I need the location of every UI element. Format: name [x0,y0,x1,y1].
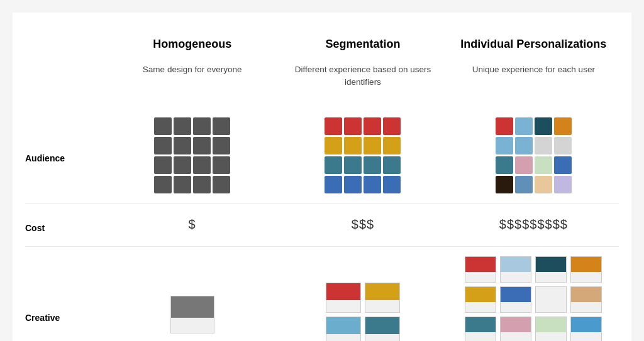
color-cell [496,137,513,154]
color-cell [193,137,211,154]
creative-thumb [570,256,602,283]
creative-thumb [535,256,567,283]
creative-homogeneous [107,247,277,342]
creative-thumb [465,286,496,313]
label-cost: Cost [25,203,107,247]
label-audience: Audience [25,108,107,203]
color-cell [174,176,191,193]
main-container: Homogeneous Segmentation Individual Pers… [13,13,631,341]
color-cell [535,117,552,135]
audience-individual [448,108,619,203]
color-cell [554,137,572,154]
subheader-segmentation: Different experience based on users iden… [277,63,448,108]
color-cell [193,156,211,174]
color-cell [383,156,401,174]
creative-thumb [535,286,567,313]
color-cell [213,117,230,135]
color-cell [364,156,381,174]
creative-segmentation [277,247,448,342]
cost-value-homogeneous: $ [189,217,196,232]
header-empty [25,31,107,63]
color-cell [213,176,230,193]
creative-thumb [465,256,496,283]
color-cell [174,117,191,135]
creative-thumb [365,317,400,342]
creative-individual [448,247,619,342]
audience-homogeneous [107,108,277,203]
color-cell [154,176,172,193]
subheader-empty [25,63,107,108]
subheader-homogeneous: Same design for everyone [107,63,277,108]
color-cell [535,176,552,193]
color-cell [554,176,572,193]
color-cell [515,176,533,193]
cost-segmentation: $$$ [277,203,448,247]
color-cell [325,156,342,174]
creative-thumb [570,286,602,313]
color-cell [325,137,342,154]
color-cell [213,156,230,174]
color-cell [496,156,513,174]
color-cell [325,176,342,193]
cost-homogeneous: $ [107,203,277,247]
color-cell [383,176,401,193]
cost-value-individual: $$$$$$$$$ [499,217,568,232]
creative-thumb [326,317,361,342]
color-cell [344,156,362,174]
color-cell [154,137,172,154]
creative-thumb [570,317,602,342]
color-cell [383,117,401,135]
color-cell [344,117,362,135]
subheader-individual: Unique experience for each user [448,63,619,108]
comparison-grid: Homogeneous Segmentation Individual Pers… [25,31,619,341]
audience-segmentation [277,108,448,203]
color-cell [496,117,513,135]
color-cell [554,156,572,174]
color-cell [535,156,552,174]
color-cell [174,156,191,174]
color-cell [496,176,513,193]
creative-thumb [500,317,531,342]
header-homogeneous: Homogeneous [107,31,277,63]
color-cell [344,176,362,193]
color-cell [515,156,533,174]
color-cell [174,137,191,154]
color-cell [193,117,211,135]
creative-thumb [365,283,400,313]
cost-individual: $$$$$$$$$ [448,203,619,247]
color-cell [383,137,401,154]
color-cell [515,117,533,135]
color-cell [154,156,172,174]
color-cell [193,176,211,193]
color-cell [554,117,572,135]
color-cell [535,137,552,154]
color-cell [154,117,172,135]
color-cell [515,137,533,154]
creative-thumb [326,283,361,313]
color-cell [344,137,362,154]
header-segmentation: Segmentation [277,31,448,63]
color-cell [364,117,381,135]
header-individual: Individual Personalizations [448,31,619,63]
creative-thumb [535,317,567,342]
color-cell [213,137,230,154]
creative-thumb-single [170,296,214,333]
color-cell [325,117,342,135]
cost-value-segmentation: $$$ [352,217,374,232]
creative-thumb [465,317,496,342]
label-creative: Creative [25,247,107,342]
creative-thumb [500,286,531,313]
color-cell [364,137,381,154]
creative-thumb [500,256,531,283]
color-cell [364,176,381,193]
